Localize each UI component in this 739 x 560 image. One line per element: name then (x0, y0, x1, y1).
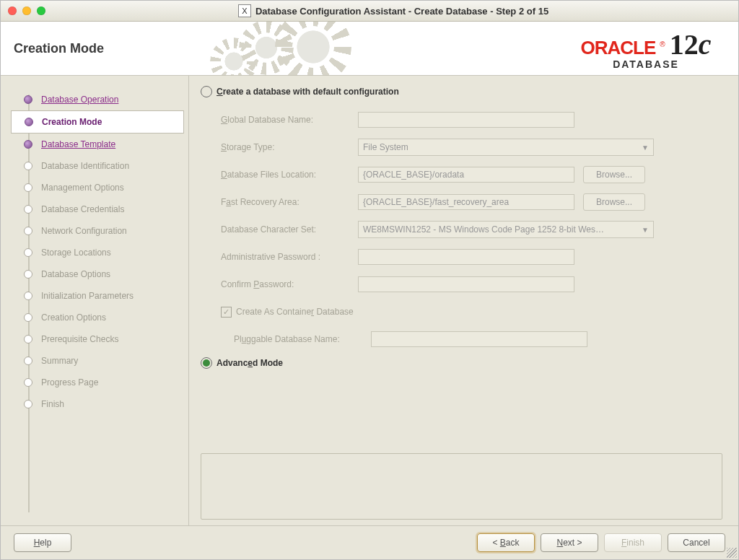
page-header: Creation Mode ORACLE ® 12c DATABASE (1, 22, 738, 76)
footer-bar: Help < Back Next > Finish Cancel (1, 525, 738, 559)
step-bullet (24, 270, 32, 279)
step-label: Progress Page (41, 377, 98, 388)
window-frame: X Database Configuration Assistant - Cre… (0, 0, 739, 560)
close-window-button[interactable] (8, 6, 17, 15)
x11-icon: X (238, 4, 251, 17)
step-bullet (24, 400, 32, 408)
brand-block: ORACLE ® 12c DATABASE (567, 27, 738, 70)
step-6: Network Configuration (11, 220, 184, 242)
radio-advanced-mode[interactable] (201, 357, 212, 369)
label-admin-password: Administrative Password : (221, 252, 358, 262)
step-link[interactable]: Creation Mode (42, 117, 102, 127)
step-bullet (24, 248, 32, 257)
finish-button: Finish (604, 533, 662, 552)
label-db-files-location: Database Files Location: (221, 170, 358, 180)
step-label: Initialization Parameters (41, 291, 134, 301)
select-character-set: WE8MSWIN1252 - MS Windows Code Page 1252… (358, 221, 654, 238)
step-bullet (24, 162, 32, 170)
next-button[interactable]: Next > (541, 533, 598, 552)
step-label: Network Configuration (41, 226, 127, 236)
title-wrap: X Database Configuration Assistant - Cre… (56, 4, 731, 17)
option-advanced-mode[interactable]: Advanced Mode (201, 357, 722, 369)
step-0[interactable]: Database Operation (11, 89, 184, 110)
step-bullet (24, 227, 32, 235)
select-storage-type: File System▼ (358, 139, 654, 156)
back-button[interactable]: < Back (477, 533, 535, 552)
resize-grip[interactable] (727, 548, 737, 558)
step-bullet (24, 205, 32, 214)
step-label: Management Options (41, 183, 124, 193)
page-title: Creation Mode (1, 41, 201, 56)
window-title: Database Configuration Assistant - Creat… (255, 6, 548, 17)
step-label: Storage Locations (41, 248, 111, 258)
browse-db-files-button: Browse... (583, 166, 645, 183)
body: Database OperationCreation ModeDatabase … (1, 76, 738, 525)
step-link[interactable]: Database Template (41, 139, 115, 149)
zoom-window-button[interactable] (37, 6, 45, 15)
label-create-as-cdb: Create As Container Database (236, 307, 354, 317)
step-label: Prerequisite Checks (41, 334, 118, 344)
header-graphic (201, 22, 567, 75)
label-character-set: Database Character Set: (221, 224, 358, 235)
step-bullet (24, 356, 32, 365)
step-11: Prerequisite Checks (11, 328, 184, 350)
step-7: Storage Locations (11, 242, 184, 263)
checkbox-container-db: ✓ Create As Container Database (221, 307, 354, 318)
help-button[interactable]: Help (14, 533, 71, 552)
radio-default-config-label: Create a database with default configura… (217, 87, 399, 97)
step-label: Database Credentials (41, 204, 124, 214)
step-5: Database Credentials (11, 198, 184, 220)
step-label: Creation Options (41, 312, 106, 323)
input-pluggable-db-name (371, 331, 587, 347)
input-confirm-password (358, 276, 574, 292)
step-14: Finish (11, 393, 184, 415)
step-bullet (24, 95, 32, 104)
chevron-down-icon: ▼ (642, 226, 649, 234)
chevron-down-icon: ▼ (642, 144, 649, 152)
label-fast-recovery-area: Fast Recovery Area: (221, 197, 358, 207)
label-pluggable-db-name: Pluggable Database Name: (221, 334, 371, 344)
step-bullet (24, 292, 32, 300)
step-label: Database Options (41, 269, 110, 279)
label-confirm-password: Confirm Password: (221, 279, 358, 289)
checkbox-cdb: ✓ (221, 307, 232, 318)
window-controls (8, 6, 45, 15)
label-global-db-name: Global Database Name: (221, 115, 358, 125)
step-10: Creation Options (11, 307, 184, 328)
brand-sub: DATABASE (613, 58, 679, 70)
input-fast-recovery-area (358, 194, 574, 210)
step-link[interactable]: Database Operation (41, 95, 118, 105)
step-bullet (24, 140, 32, 149)
step-bullet (24, 335, 32, 344)
step-bullet (24, 378, 32, 387)
cancel-button[interactable]: Cancel (668, 533, 725, 552)
step-12: Summary (11, 350, 184, 372)
step-label: Finish (41, 399, 64, 409)
step-bullet (24, 183, 32, 192)
brand-version: 12c (670, 27, 712, 61)
input-admin-password (358, 249, 574, 265)
titlebar: X Database Configuration Assistant - Cre… (1, 1, 738, 22)
step-13: Progress Page (11, 372, 184, 393)
default-config-form: Global Database Name: Storage Type: File… (221, 106, 722, 353)
step-label: Database Identification (41, 161, 129, 171)
option-default-config[interactable]: Create a database with default configura… (201, 86, 722, 97)
step-2[interactable]: Database Template (11, 134, 184, 155)
step-3: Database Identification (11, 155, 184, 177)
content-pane: Create a database with default configura… (188, 76, 738, 525)
step-8: Database Options (11, 263, 184, 285)
step-bullet (25, 118, 33, 126)
radio-default-config[interactable] (201, 86, 212, 97)
message-area (201, 453, 722, 520)
radio-advanced-mode-label: Advanced Mode (217, 358, 283, 368)
step-bullet (24, 313, 32, 322)
minimize-window-button[interactable] (22, 6, 31, 15)
step-sidebar: Database OperationCreation ModeDatabase … (1, 76, 188, 525)
step-9: Initialization Parameters (11, 285, 184, 307)
brand-word: ORACLE (581, 37, 656, 59)
step-1[interactable]: Creation Mode (11, 110, 184, 134)
label-storage-type: Storage Type: (221, 142, 358, 152)
registered-mark: ® (660, 40, 665, 48)
step-4: Management Options (11, 177, 184, 198)
browse-fra-button: Browse... (583, 193, 645, 211)
